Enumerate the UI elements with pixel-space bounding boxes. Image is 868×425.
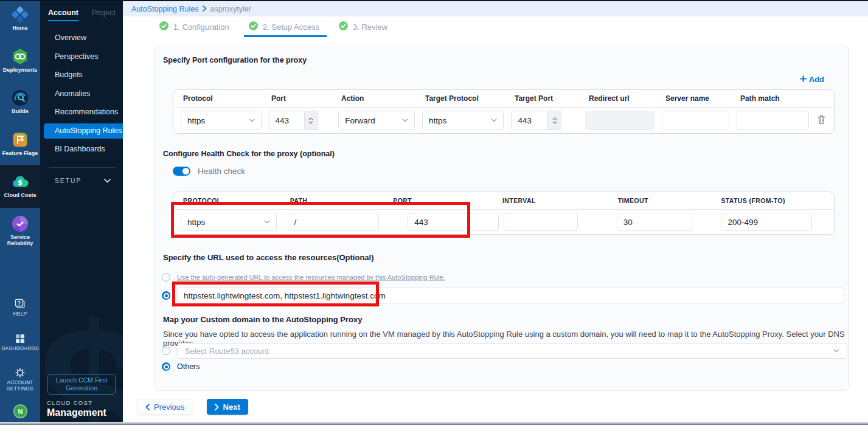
custom-url-radio[interactable]: [162, 291, 170, 300]
rail-item-cloud-costs[interactable]: $ Cloud Costs: [0, 173, 40, 198]
wizard-steps: 1. Configuration 2. Setup Access 3. Revi…: [123, 16, 868, 37]
rail-label: DASHBOARDS: [0, 346, 40, 352]
rail-item-home[interactable]: Home: [0, 6, 40, 31]
next-label: Next: [223, 403, 240, 412]
health-protocol-select[interactable]: https: [181, 213, 277, 231]
rail-item-account-settings[interactable]: ACCOUNT SETTINGS: [0, 367, 40, 392]
port-config-heading: Specify Port configuration for the proxy: [163, 56, 307, 64]
route53-account-select[interactable]: Select Route53 account: [177, 343, 847, 359]
nav-item-anomalies[interactable]: Anomalies: [40, 85, 123, 103]
others-radio[interactable]: [162, 362, 170, 371]
rail-item-dashboards[interactable]: DASHBOARDS: [0, 333, 40, 352]
chevron-left-icon: [145, 404, 150, 410]
toggle-knob: [182, 168, 189, 174]
health-table-header: PROTOCOL PATH PORT INTERVAL TIMEOUT STAT…: [173, 192, 834, 210]
custom-domain-heading: Map your Custom domain to the AutoStoppi…: [163, 315, 362, 324]
health-status-input[interactable]: [721, 213, 812, 231]
nav-item-perspectives[interactable]: Perspectives: [40, 47, 123, 66]
others-option-row: Others: [162, 362, 200, 371]
number-stepper[interactable]: [547, 111, 561, 130]
nav-item-overview[interactable]: Overview: [40, 29, 123, 47]
help-icon: ?: [14, 298, 26, 310]
setup-label: SETUP: [55, 177, 82, 184]
step-review[interactable]: 3. Review: [339, 16, 387, 37]
chevron-down-icon: [402, 119, 408, 122]
deployments-icon: [12, 48, 29, 65]
health-check-toggle[interactable]: [173, 167, 190, 176]
route53-placeholder: Select Route53 account: [185, 347, 269, 356]
active-step-underline: [244, 35, 327, 37]
delete-row-button[interactable]: [817, 114, 826, 127]
port-table-header: Protocol Port Action Target Protocol Tar…: [173, 90, 834, 108]
column-header: TIMEOUT: [608, 197, 712, 204]
health-path-input[interactable]: [288, 213, 379, 231]
launch-ccm-first-gen-button[interactable]: Launch CCM First Generation: [47, 374, 116, 395]
next-button[interactable]: Next: [207, 399, 248, 415]
redirect-url-input[interactable]: [585, 111, 654, 130]
action-select[interactable]: Forward: [338, 111, 415, 130]
check-circle-icon: [159, 21, 168, 33]
brand-line2: Management: [47, 407, 106, 418]
user-avatar[interactable]: N: [13, 404, 27, 418]
dashboards-icon: [14, 333, 26, 345]
rail-item-feature-flags[interactable]: Feature Flags: [0, 131, 40, 156]
tab-account[interactable]: Account: [48, 9, 78, 21]
rail-item-service-reliability[interactable]: Service Reliability: [0, 215, 40, 247]
step-configuration[interactable]: 1. Configuration: [159, 16, 229, 37]
chevron-down-icon: [264, 220, 270, 224]
module-rail: Home Deployments Builds: [0, 0, 40, 425]
nav-item-bi-dashboards[interactable]: BI Dashboards: [40, 140, 123, 159]
protocol-select[interactable]: https: [181, 111, 262, 130]
port-input[interactable]: [269, 111, 304, 130]
nav-item-autostopping-rules[interactable]: AutoStopping Rules: [44, 123, 123, 139]
number-stepper[interactable]: [304, 111, 318, 130]
health-check-toggle-row: Health check: [173, 167, 245, 176]
path-match-input[interactable]: [737, 111, 809, 130]
route53-option-row: Select Route53 account: [162, 343, 847, 359]
chevron-down-icon: [491, 119, 497, 122]
add-port-row-button[interactable]: Add: [800, 75, 824, 84]
health-port-input[interactable]: [408, 213, 499, 231]
feature-flags-icon: [12, 131, 29, 148]
column-header: Target Protocol: [415, 94, 505, 103]
caret-up-icon: [552, 117, 557, 120]
health-timeout-input[interactable]: [617, 213, 692, 231]
column-header: Redirect url: [579, 94, 656, 103]
nav-setup-group[interactable]: SETUP: [55, 168, 111, 193]
target-port-input[interactable]: [511, 111, 547, 130]
auto-url-radio[interactable]: [162, 273, 170, 282]
rail-label: Deployments: [0, 67, 40, 73]
custom-url-input[interactable]: [177, 288, 844, 303]
health-interval-input[interactable]: [504, 213, 578, 231]
port-table-row: https Forward: [173, 108, 834, 133]
target-protocol-select[interactable]: https: [422, 111, 504, 130]
column-header: PATH: [280, 197, 384, 204]
rail-item-help[interactable]: ? HELP: [0, 298, 40, 317]
port-config-table: Protocol Port Action Target Protocol Tar…: [173, 89, 835, 134]
nav-item-budgets[interactable]: Budgets: [40, 66, 123, 85]
step-label: 2. Setup Access: [263, 22, 319, 32]
health-check-toggle-label: Health check: [198, 167, 245, 176]
others-option-label: Others: [177, 362, 200, 371]
brand-block: CLOUD COST Management: [47, 399, 106, 418]
chevron-down-icon: [249, 119, 255, 122]
nav-item-recommendations[interactable]: Recommendations: [40, 103, 123, 122]
plus-icon: [800, 75, 807, 84]
auto-url-option-label[interactable]: Use the auto-generated URL to access the…: [177, 274, 445, 281]
tab-project[interactable]: Project: [92, 9, 116, 21]
server-name-input[interactable]: [662, 111, 729, 130]
route53-radio[interactable]: [162, 347, 170, 355]
nav-list: Overview Perspectives Budgets Anomalies …: [40, 29, 123, 193]
breadcrumb-parent-link[interactable]: AutoStopping Rules: [131, 5, 199, 13]
column-header: Server name: [656, 94, 731, 103]
health-table-row: https: [173, 210, 834, 234]
rail-item-builds[interactable]: Builds: [0, 89, 40, 114]
step-setup-access[interactable]: 2. Setup Access: [249, 16, 319, 37]
rail-item-deployments[interactable]: Deployments: [0, 48, 40, 73]
column-header: PROTOCOL: [173, 197, 280, 204]
previous-button[interactable]: Previous: [137, 399, 193, 415]
target-port-number-field: [511, 111, 578, 130]
builds-icon: [12, 89, 29, 106]
rail-label: Home: [0, 25, 40, 31]
scope-tabs: Account Project: [48, 9, 116, 21]
